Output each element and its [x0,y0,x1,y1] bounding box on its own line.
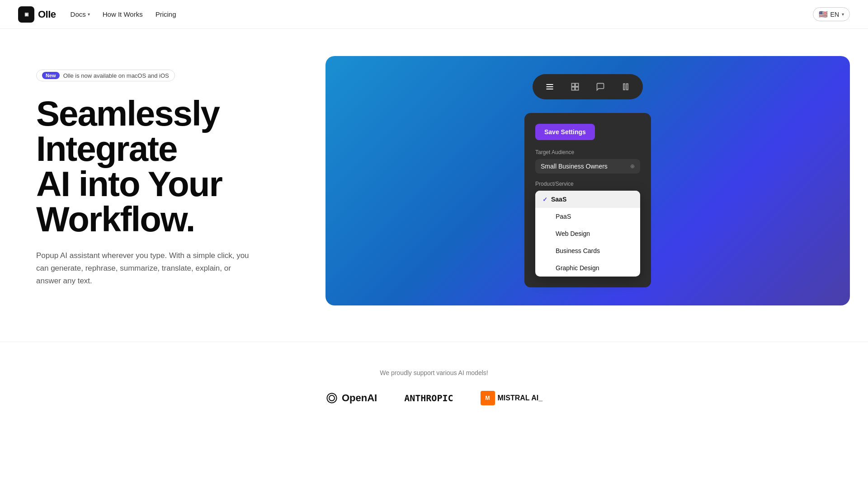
dropdown-item-web-design[interactable]: Web Design [535,225,640,242]
logo-icon: ▣ [18,6,34,23]
lang-label: EN [830,11,839,18]
svg-rect-5 [572,87,575,90]
hero-title: Seamlessly Integrate AI into Your Workfl… [36,96,307,237]
hero-section: New Olle is now available on macOS and i… [0,29,868,324]
mistral-icon: M [481,391,495,405]
product-service-dropdown: ✓ SaaS PaaS Web Design Business Cards [535,191,640,277]
dropdown-item-graphic-design[interactable]: Graphic Design [535,259,640,277]
logos-row: OpenAI ANTHROPIC M MISTRAL AI_ [18,391,850,405]
svg-rect-6 [576,87,579,90]
mistral-label: MISTRAL AI_ [498,394,543,402]
anthropic-label: ANTHROPIC [404,393,453,404]
language-selector[interactable]: 🇺🇸 EN ▾ [813,7,850,21]
svg-rect-4 [576,84,579,87]
docs-chevron-icon: ▾ [88,12,90,17]
save-settings-button[interactable]: Save Settings [535,124,595,140]
dropdown-item-paas[interactable]: PaaS [535,208,640,225]
svg-rect-3 [572,84,575,87]
select-arrow-icon: ⊕ [630,163,635,169]
hero-description: Popup AI assistant wherever you type. Wi… [36,249,253,287]
logo[interactable]: ▣ OIIe [18,6,56,23]
flag-icon: 🇺🇸 [819,10,828,19]
chat-toolbar-icon[interactable] [592,79,609,95]
anthropic-logo: ANTHROPIC [404,393,453,404]
lang-chevron-icon: ▾ [842,12,844,17]
list-toolbar-icon[interactable] [542,79,558,95]
hero-demo-panel: Save Settings Target Audience Small Busi… [326,56,850,305]
openai-icon [326,392,338,404]
hero-left: New Olle is now available on macOS and i… [36,56,307,287]
nav-right: 🇺🇸 EN ▾ [813,7,850,21]
dropdown-item-saas[interactable]: ✓ SaaS [535,191,640,208]
pricing-nav-item[interactable]: Pricing [156,10,176,18]
logos-subtitle: We proudly support various AI models! [18,369,850,376]
product-service-label: Product/Service [535,181,640,187]
svg-rect-8 [627,84,628,89]
target-audience-value: Small Business Owners [541,163,608,170]
new-badge: New Olle is now available on macOS and i… [36,70,175,81]
target-audience-label: Target Audience [535,149,640,155]
navigation: ▣ OIIe Docs ▾ How It Works Pricing 🇺🇸 EN… [0,0,868,29]
mistral-logo: M MISTRAL AI_ [481,391,543,405]
openai-logo: OpenAI [326,392,377,404]
new-pill: New [42,72,60,79]
badge-text: Olle is now available on macOS and iOS [63,72,169,79]
check-icon: ✓ [542,196,547,203]
svg-rect-7 [623,84,625,89]
card-toolbar-icon[interactable] [567,79,583,95]
nav-links: Docs ▾ How It Works Pricing [71,10,176,18]
demo-toolbar [533,74,643,99]
dropdown-item-business-cards[interactable]: Business Cards [535,242,640,259]
how-it-works-nav-item[interactable]: How It Works [103,10,143,18]
pause-toolbar-icon[interactable] [618,79,634,95]
settings-panel: Save Settings Target Audience Small Busi… [524,113,651,287]
docs-nav-item[interactable]: Docs ▾ [71,10,90,18]
target-audience-select[interactable]: Small Business Owners ⊕ [535,159,640,174]
logo-text: OIIe [38,9,56,20]
logos-section: We proudly support various AI models! Op… [0,342,868,423]
